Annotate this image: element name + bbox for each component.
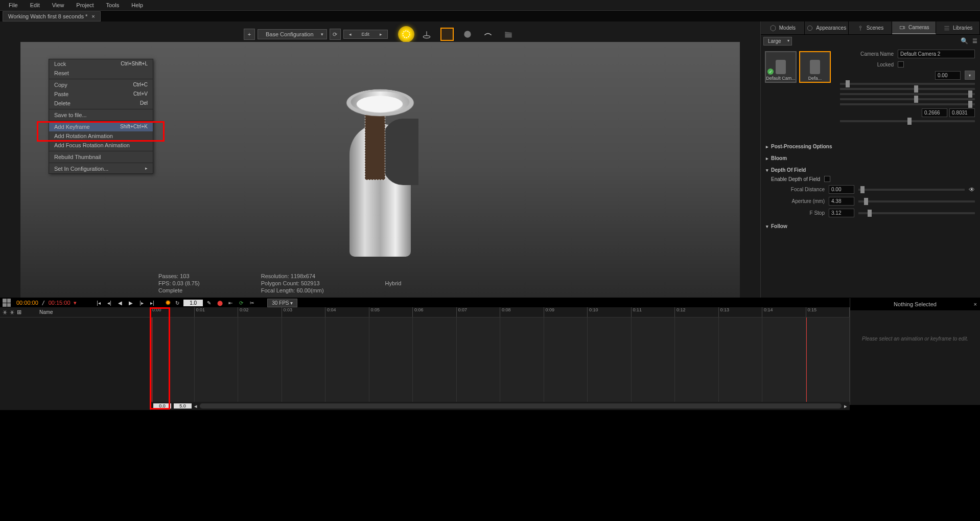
ctx-lock[interactable]: LockCtrl+Shift+L [49,59,153,69]
scroll-right-icon[interactable]: ▸ [844,403,847,410]
numeric-input-3[interactable] [949,108,975,117]
slider-4[interactable] [840,98,975,100]
section-follow[interactable]: Follow [766,220,975,232]
menu-file[interactable]: File [3,1,24,10]
slider-5[interactable] [840,103,975,105]
end-marker[interactable] [806,318,807,402]
nav-prev[interactable]: ◂ [344,30,357,38]
menu-edit[interactable]: Edit [24,1,46,10]
ctx-paste[interactable]: PasteCtrl+V [49,89,153,99]
goto-end-button[interactable]: ▸| [148,298,157,307]
slider-6[interactable] [840,120,975,122]
ctx-reset[interactable]: Reset [49,69,153,78]
tool-icon-1[interactable]: ✎ [204,298,214,307]
focal-distance-input[interactable] [829,185,854,194]
speed-input[interactable] [183,300,203,306]
record-icon[interactable]: ⬤ [215,298,224,307]
document-tab[interactable]: Working Watch first 8 seconds * × [3,11,101,21]
configuration-dropdown[interactable]: Base Configuration [258,29,327,39]
goto-start-button[interactable]: |◂ [94,298,103,307]
ctx-rebuild-thumbnail[interactable]: Rebuild Thumbnail [49,152,153,162]
numeric-input-1[interactable] [935,71,961,80]
slider-3[interactable] [840,93,975,95]
focal-distance-slider[interactable] [858,189,965,191]
filter-icon[interactable]: ⚹ [3,309,7,315]
add-button[interactable]: + [244,29,255,40]
tab-scenes[interactable]: Scenes [849,21,893,34]
svg-point-2 [464,31,471,37]
refresh-button[interactable]: ⟳ [330,29,341,40]
expand-icon[interactable]: ⊞ [17,309,21,315]
camera-clap-icon[interactable] [500,26,517,42]
nav-next[interactable]: ▸ [375,30,387,38]
section-depth-of-field[interactable]: Depth Of Field [766,164,975,176]
next-frame-button[interactable]: |▸ [137,298,146,307]
section-post-processing[interactable]: Post-Processing Options [766,141,975,152]
camera-name-input[interactable] [898,50,975,58]
slider-2[interactable] [840,88,975,90]
timeline-column [675,318,719,402]
slider-1[interactable] [840,83,975,85]
aperture-input[interactable] [829,197,854,206]
play-reverse-button[interactable]: ◀ [115,298,125,307]
menu-help[interactable]: Help [125,1,149,10]
ctx-copy[interactable]: CopyCtrl+C [49,80,153,89]
ctx-add-rotation[interactable]: Add Rotation Animation [49,131,153,141]
fstop-slider[interactable] [858,212,975,214]
aperture-label: Aperture (mm) [771,198,825,204]
gear-icon[interactable]: ✹ [165,299,171,307]
tool-icon-3[interactable]: ✂ [247,298,256,307]
menu-view[interactable]: View [46,1,71,10]
enable-dof-checkbox[interactable] [824,176,830,182]
tab-libraries[interactable]: Libraries [936,21,980,34]
aperture-slider[interactable] [858,200,975,202]
ctx-delete[interactable]: DeleteDel [49,99,153,108]
search-icon[interactable]: 🔍 [961,37,968,44]
camera-thumb-1[interactable]: ✓ Default Cam... [765,51,797,83]
prev-frame-button[interactable]: ◂| [105,298,114,307]
locked-checkbox[interactable] [898,61,904,67]
sphere-icon[interactable] [459,26,476,42]
scroll-end-input[interactable] [174,403,192,409]
section-bloom[interactable]: Bloom [766,152,975,164]
layout-icon[interactable] [3,299,11,307]
loop-button[interactable]: ↻ [173,298,182,307]
timeline-ruler[interactable]: 0:000:010:020:030:040:050:060:070:080:09… [151,307,850,318]
ctx-add-keyframe[interactable]: Add KeyframeShift+Ctrl+K [49,122,153,131]
fps-dropdown[interactable]: 30 FPS ▾ [267,299,297,307]
tool-icon-2[interactable]: ⇤ [226,298,235,307]
nav-edit[interactable]: Edit [357,30,375,38]
numeric-input-2[interactable] [922,108,947,117]
menu-tools[interactable]: Tools [100,1,126,10]
sync-icon[interactable]: ⟳ [237,298,246,307]
scroll-track[interactable] [200,403,842,409]
camera-thumb-2[interactable]: Defa... [799,51,831,83]
menu-icon[interactable]: ☰ [972,38,977,44]
eye-icon[interactable]: 👁 [969,186,975,193]
ctx-set-in-configuration[interactable]: Set In Configuration... [49,164,153,173]
menu-project[interactable]: Project [70,1,100,10]
timeline-tracks[interactable]: 0:000:010:020:030:040:050:060:070:080:09… [151,307,850,410]
render-mode-icon[interactable] [398,26,414,42]
scroll-left-icon[interactable]: ◂ [194,403,197,410]
ctx-save-to-file[interactable]: Save to file... [49,110,153,120]
scroll-start-input[interactable] [153,403,171,409]
turntable-icon[interactable] [418,26,435,42]
play-button[interactable]: ▶ [126,298,135,307]
timeline-column [369,318,413,402]
playhead[interactable] [152,318,152,402]
dropdown-icon[interactable]: ▾ [965,71,975,80]
fstop-input[interactable] [829,209,854,217]
tab-models[interactable]: Models [761,21,805,34]
lighting-icon[interactable] [480,26,496,42]
tab-cameras[interactable]: Cameras [892,21,936,34]
filter-icon-2[interactable]: ⚹ [10,309,14,315]
bounding-box-icon[interactable] [439,26,455,42]
document-tabbar: Working Watch first 8 seconds * × [0,10,980,21]
thumbnail-size-dropdown[interactable]: Large [763,37,792,46]
timeline-tick: 0:12 [675,307,719,317]
close-icon[interactable]: × [91,13,95,19]
tab-appearances[interactable]: Appearances [805,21,849,34]
ctx-add-focus-rotation[interactable]: Add Focus Rotation Animation [49,141,153,150]
close-icon[interactable]: × [974,301,977,307]
